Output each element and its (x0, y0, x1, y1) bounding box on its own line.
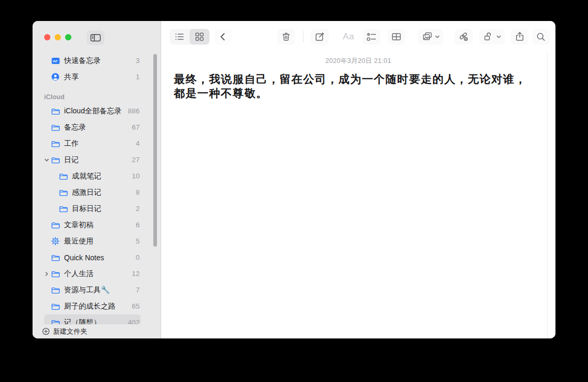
shared-person-icon (51, 72, 60, 81)
compose-icon (314, 31, 326, 43)
folder-icon (51, 220, 60, 229)
note-count: 8 (132, 188, 140, 196)
share-button[interactable] (511, 29, 529, 45)
new-folder-button[interactable]: 新建文件夹 (33, 324, 161, 338)
sidebar-item-label: 共享 (64, 72, 79, 82)
sidebar-item-all-icloud[interactable]: iCloud全部备忘录 886 (44, 103, 141, 119)
sidebar-item-label: 日记 (64, 155, 79, 165)
trash-icon (280, 31, 292, 43)
toggle-sidebar-button[interactable] (87, 30, 104, 45)
sidebar-item-recently-used[interactable]: 最近使用 5 (44, 233, 141, 249)
toolbar-divider (303, 31, 303, 43)
sidebar-item-label: 厨子的成长之路 (64, 302, 116, 311)
note-count: 10 (129, 172, 140, 180)
sidebar-scrollbar[interactable] (153, 54, 157, 247)
note-count: 65 (129, 302, 140, 310)
note-count: 67 (129, 123, 140, 131)
content-scroll-gutter (547, 52, 548, 338)
note-text-line: 都是一种不尊敬。 (174, 87, 543, 101)
search-button[interactable] (532, 29, 550, 45)
sidebar-item-diary[interactable]: 日记 27 (44, 152, 141, 168)
new-folder-label: 新建文件夹 (53, 327, 87, 336)
back-chevron-icon (217, 31, 229, 43)
notes-window: 快速备忘录 3 共享 1 iCloud iCloud全部备忘录 886 备忘录 (33, 21, 555, 338)
sidebar-item-label: iCloud全部备忘录 (64, 107, 122, 116)
gallery-view-button[interactable] (190, 29, 209, 45)
new-note-button[interactable] (311, 29, 329, 45)
sidebar-item-quick-notes-memo[interactable]: 快速备忘录 3 (44, 52, 141, 69)
note-content-pane: Aa (161, 21, 555, 338)
sidebar-item-label: 备忘录 (64, 123, 86, 132)
sidebar-item-gratitude-diary[interactable]: 感激日记 8 (52, 184, 141, 200)
checklist-button[interactable] (363, 29, 381, 45)
sidebar-item-label: 工作 (64, 139, 79, 148)
zoom-button[interactable] (65, 34, 71, 40)
plus-circle-icon (42, 327, 50, 335)
chevron-right-icon[interactable] (44, 271, 51, 277)
back-button[interactable] (214, 29, 232, 45)
note-count: 5 (132, 237, 140, 245)
note-count: 27 (129, 156, 140, 164)
sidebar-item-label: 最近使用 (64, 237, 93, 246)
format-button[interactable]: Aa (340, 29, 358, 45)
sidebar-item-personal-life[interactable]: 个人生活 12 (44, 266, 141, 282)
sidebar: 快速备忘录 3 共享 1 iCloud iCloud全部备忘录 886 备忘录 (33, 21, 161, 338)
chevron-down-icon (496, 34, 501, 39)
delete-note-button[interactable] (277, 29, 295, 45)
note-count: 3 (132, 57, 140, 65)
chevron-down-icon[interactable] (44, 157, 51, 163)
add-link-button[interactable] (455, 29, 472, 45)
note-count: 2 (132, 205, 140, 213)
sidebar-item-label: Quick Notes (64, 253, 104, 262)
list-view-button[interactable] (170, 29, 190, 45)
note-count: 4 (132, 140, 140, 147)
sidebar-item-goal-diary[interactable]: 目标日记 2 (52, 200, 141, 217)
folder-icon (51, 155, 60, 164)
sidebar-item-label: 资源与工具🔧 (64, 285, 110, 295)
table-icon (391, 31, 402, 43)
sidebar-item-label: 成就笔记 (72, 172, 101, 181)
folder-icon (51, 285, 60, 294)
close-button[interactable] (44, 34, 50, 40)
smart-folder-gear-icon (51, 237, 60, 246)
toolbar: Aa (161, 21, 555, 52)
sidebar-item-quick-notes-en[interactable]: Quick Notes 0 (44, 249, 141, 266)
sidebar-item-achievement-notes[interactable]: 成就笔记 10 (52, 168, 141, 184)
note-text-line: 最终，我说服自己，留在公司，成为一个随时要走的人，无论对谁， (174, 72, 543, 87)
note-count: 7 (132, 286, 140, 294)
sidebar-item-label: 感激日记 (72, 188, 101, 197)
sidebar-item-chef-growth[interactable]: 厨子的成长之路 65 (44, 298, 141, 314)
folder-list: 快速备忘录 3 共享 1 iCloud iCloud全部备忘录 886 备忘录 (33, 52, 161, 338)
table-button[interactable] (387, 29, 405, 45)
traffic-lights (44, 34, 71, 40)
sidebar-item-notes[interactable]: 备忘录 67 (44, 119, 141, 135)
quick-note-icon (51, 56, 60, 65)
folder-icon (51, 107, 60, 115)
titlebar[interactable] (33, 21, 161, 52)
note-count: 12 (129, 270, 140, 278)
note-count: 0 (132, 253, 140, 261)
folder-icon (51, 269, 60, 278)
sidebar-item-label: 快速备忘录 (64, 56, 101, 66)
folder-icon (59, 204, 68, 213)
sidebar-icon (90, 33, 101, 43)
note-body[interactable]: 最终，我说服自己，留在公司，成为一个随时要走的人，无论对谁， 都是一种不尊敬。 (174, 72, 543, 100)
sidebar-item-shared[interactable]: 共享 1 (44, 69, 141, 85)
sidebar-item-work[interactable]: 工作 4 (44, 135, 141, 152)
add-link-icon (458, 31, 469, 43)
lock-button[interactable] (479, 29, 505, 45)
folder-icon (59, 172, 68, 181)
search-icon (535, 31, 547, 43)
folder-icon (51, 123, 60, 132)
list-view-icon (174, 31, 185, 43)
sidebar-item-resources-tools[interactable]: 资源与工具🔧 7 (44, 282, 141, 298)
photos-icon (422, 31, 433, 43)
checklist-icon (366, 31, 377, 43)
sidebar-item-article-drafts[interactable]: 文章初稿 6 (44, 217, 141, 233)
sidebar-item-label: 文章初稿 (64, 220, 93, 230)
view-toggle (170, 29, 209, 45)
note-count: 1 (132, 73, 140, 81)
media-button[interactable] (418, 29, 443, 45)
minimize-button[interactable] (55, 34, 61, 40)
gallery-view-icon (194, 31, 205, 43)
